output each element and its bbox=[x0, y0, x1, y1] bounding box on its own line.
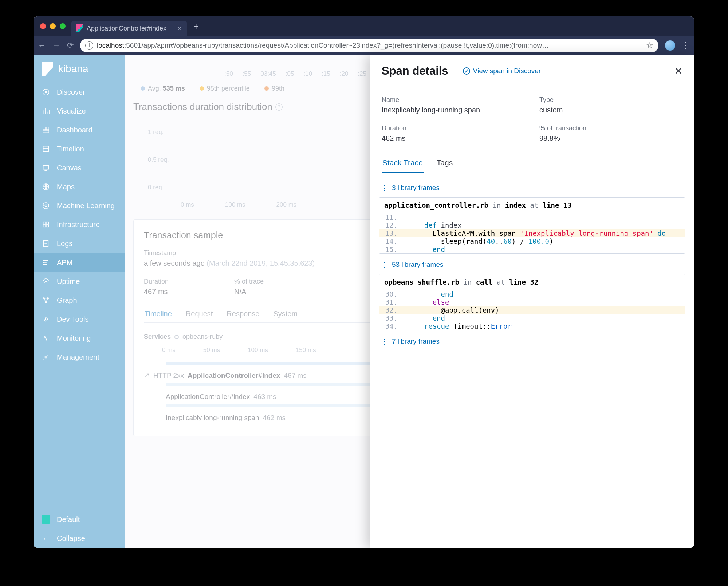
pct-trace-label: % of trace bbox=[234, 278, 264, 285]
sidebar-item-collapse[interactable]: ←Collapse bbox=[34, 529, 125, 548]
sidebar-item-ml[interactable]: Machine Learning bbox=[34, 196, 125, 215]
close-tab-icon[interactable]: × bbox=[177, 24, 182, 33]
app-body: kibana Discover Visualize Dashboard Time… bbox=[34, 55, 694, 548]
code-block: application_controller.rb in index at li… bbox=[379, 197, 685, 254]
site-info-icon[interactable]: i bbox=[85, 41, 93, 50]
legend-p99: 99th bbox=[264, 85, 284, 92]
browser-tab[interactable]: ApplicationController#index × bbox=[71, 21, 187, 36]
legend-dot-icon bbox=[141, 86, 145, 91]
expand-icon[interactable]: ⤢ bbox=[144, 371, 150, 380]
legend-dot-icon bbox=[264, 86, 269, 91]
sidebar-item-label: Graph bbox=[57, 296, 77, 305]
sidebar-item-logs[interactable]: Logs bbox=[34, 234, 125, 253]
space-icon bbox=[42, 515, 50, 524]
tab-response[interactable]: Response bbox=[226, 306, 260, 322]
profile-avatar[interactable] bbox=[665, 40, 675, 51]
forward-button[interactable]: → bbox=[52, 41, 60, 50]
tab-request[interactable]: Request bbox=[185, 306, 214, 322]
sidebar-item-label: Logs bbox=[57, 239, 72, 248]
sidebar-item-label: Uptime bbox=[57, 277, 80, 286]
sidebar-item-label: Default bbox=[57, 515, 80, 524]
logs-icon bbox=[42, 239, 50, 248]
tab-tags[interactable]: Tags bbox=[436, 153, 453, 173]
sidebar-item-dashboard[interactable]: Dashboard bbox=[34, 120, 125, 139]
help-icon[interactable]: ? bbox=[275, 103, 283, 111]
close-flyout-button[interactable]: ✕ bbox=[674, 66, 682, 77]
sidebar-header[interactable]: kibana bbox=[34, 55, 125, 83]
bookmark-icon[interactable]: ☆ bbox=[646, 41, 653, 50]
sidebar-item-visualize[interactable]: Visualize bbox=[34, 102, 125, 120]
service-dot-icon bbox=[174, 335, 179, 339]
sidebar-item-default[interactable]: Default bbox=[34, 510, 125, 529]
sidebar-item-apm[interactable]: APM bbox=[34, 253, 125, 272]
url-field[interactable]: i localhost:5601/app/apm#/opbeans-ruby/t… bbox=[80, 39, 658, 52]
code-line: 30. end bbox=[379, 290, 685, 298]
sidebar-item-label: Maps bbox=[57, 183, 75, 191]
timelion-icon bbox=[42, 144, 50, 153]
sidebar-item-label: Machine Learning bbox=[57, 202, 115, 210]
svg-rect-12 bbox=[46, 225, 48, 227]
sidebar-item-label: Visualize bbox=[57, 107, 86, 115]
code-block: opbeans_shuffle.rb in call at line 32 30… bbox=[379, 274, 685, 330]
sidebar-item-uptime[interactable]: Uptime bbox=[34, 272, 125, 291]
sidebar-item-label: Canvas bbox=[57, 164, 82, 172]
vdots-icon: ⋮ bbox=[381, 260, 388, 269]
svg-rect-11 bbox=[43, 225, 46, 227]
code-line: 34. rescue Timeout::Error bbox=[379, 322, 685, 330]
svg-rect-5 bbox=[43, 166, 49, 169]
span-name-value: Inexplicably long-running span bbox=[382, 106, 525, 114]
code-line: 15. end bbox=[379, 245, 685, 253]
timestamp-label: Timestamp bbox=[144, 249, 315, 257]
kibana-favicon-icon bbox=[76, 24, 83, 32]
svg-rect-10 bbox=[46, 222, 48, 224]
code-line: 33. end bbox=[379, 314, 685, 322]
library-frames-toggle[interactable]: ⋮7 library frames bbox=[381, 337, 683, 346]
sidebar: kibana Discover Visualize Dashboard Time… bbox=[34, 55, 125, 548]
sidebar-item-label: Infrastructure bbox=[57, 221, 100, 229]
back-button[interactable]: ← bbox=[38, 41, 46, 50]
view-in-discover-link[interactable]: View span in Discover bbox=[463, 67, 541, 75]
span-details-flyout: Span details View span in Discover ✕ Nam… bbox=[370, 55, 694, 548]
minimize-window-icon[interactable] bbox=[50, 23, 56, 29]
sidebar-item-monitoring[interactable]: Monitoring bbox=[34, 329, 125, 348]
code-line: 13. ElasticAPM.with_span 'Inexplicably l… bbox=[379, 229, 685, 237]
sidebar-item-graph[interactable]: Graph bbox=[34, 291, 125, 310]
sidebar-item-discover[interactable]: Discover bbox=[34, 83, 125, 102]
code-line: 31. else bbox=[379, 298, 685, 306]
timestamp-value: a few seconds ago (March 22nd 2019, 15:4… bbox=[144, 259, 315, 268]
code-line: 14. sleep(rand(40..60) / 100.0) bbox=[379, 237, 685, 245]
vdots-icon: ⋮ bbox=[381, 183, 388, 192]
flyout-title: Span details bbox=[382, 64, 448, 78]
close-window-icon[interactable] bbox=[40, 23, 46, 29]
span-pct-label: % of transaction bbox=[539, 124, 682, 132]
library-frames-toggle[interactable]: ⋮3 library frames bbox=[381, 183, 683, 192]
sidebar-item-timelion[interactable]: Timelion bbox=[34, 139, 125, 158]
svg-point-15 bbox=[43, 262, 44, 263]
sidebar-item-infrastructure[interactable]: Infrastructure bbox=[34, 215, 125, 234]
globe-icon bbox=[42, 182, 50, 191]
reload-button[interactable]: ⟳ bbox=[67, 41, 74, 50]
sidebar-item-label: Monitoring bbox=[57, 334, 91, 343]
sidebar-item-maps[interactable]: Maps bbox=[34, 177, 125, 196]
collapse-icon: ← bbox=[42, 534, 50, 543]
heartbeat-icon bbox=[42, 334, 50, 343]
code-line: 12. def index bbox=[379, 221, 685, 229]
maximize-window-icon[interactable] bbox=[60, 23, 66, 29]
sidebar-item-management[interactable]: Management bbox=[34, 348, 125, 367]
svg-rect-1 bbox=[43, 127, 46, 130]
tab-stack-trace[interactable]: Stack Trace bbox=[382, 153, 424, 173]
tab-timeline[interactable]: Timeline bbox=[144, 306, 173, 322]
sidebar-item-canvas[interactable]: Canvas bbox=[34, 158, 125, 177]
library-frames-toggle[interactable]: ⋮53 library frames bbox=[381, 260, 683, 269]
sidebar-footer: Default ←Collapse bbox=[34, 510, 125, 548]
code-line: 11. bbox=[379, 213, 685, 221]
browser-menu-icon[interactable]: ⋮ bbox=[682, 41, 690, 50]
new-tab-button[interactable]: + bbox=[193, 21, 199, 32]
sidebar-item-label: Management bbox=[57, 353, 99, 361]
brand-label: kibana bbox=[58, 63, 88, 75]
compass-icon bbox=[42, 88, 50, 96]
browser-window: ApplicationController#index × + ← → ⟳ i … bbox=[34, 16, 694, 548]
span-duration-label: Duration bbox=[382, 124, 525, 132]
sidebar-item-devtools[interactable]: Dev Tools bbox=[34, 310, 125, 329]
tab-system[interactable]: System bbox=[272, 306, 298, 322]
